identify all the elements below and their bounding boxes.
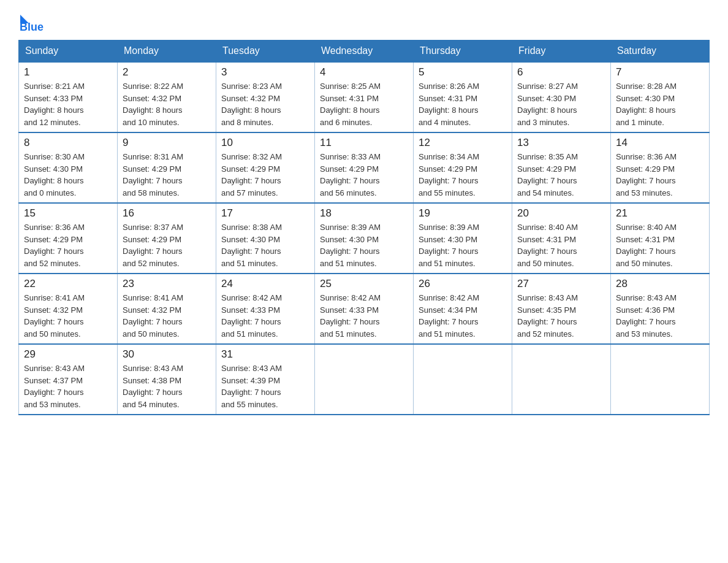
calendar-cell: 18 Sunrise: 8:39 AMSunset: 4:30 PMDaylig… xyxy=(315,203,414,274)
day-info: Sunrise: 8:41 AMSunset: 4:32 PMDaylight:… xyxy=(24,292,112,340)
calendar-week-row: 29 Sunrise: 8:43 AMSunset: 4:37 PMDaylig… xyxy=(19,344,710,415)
calendar-cell: 15 Sunrise: 8:36 AMSunset: 4:29 PMDaylig… xyxy=(19,203,118,274)
day-number: 29 xyxy=(24,348,112,361)
calendar-cell: 13 Sunrise: 8:35 AMSunset: 4:29 PMDaylig… xyxy=(512,132,611,203)
calendar-cell xyxy=(315,344,414,415)
day-info: Sunrise: 8:43 AMSunset: 4:35 PMDaylight:… xyxy=(517,292,605,340)
day-number: 23 xyxy=(123,278,211,290)
day-info: Sunrise: 8:36 AMSunset: 4:29 PMDaylight:… xyxy=(24,221,112,269)
calendar-week-row: 8 Sunrise: 8:30 AMSunset: 4:30 PMDayligh… xyxy=(19,132,710,203)
calendar-cell: 16 Sunrise: 8:37 AMSunset: 4:29 PMDaylig… xyxy=(118,203,216,274)
day-number: 20 xyxy=(517,207,605,220)
calendar-cell: 26 Sunrise: 8:42 AMSunset: 4:34 PMDaylig… xyxy=(414,274,512,344)
header-saturday: Saturday xyxy=(611,40,710,63)
day-number: 14 xyxy=(616,137,704,149)
logo: Blue xyxy=(18,12,44,34)
calendar-cell: 30 Sunrise: 8:43 AMSunset: 4:38 PMDaylig… xyxy=(118,344,216,415)
logo-underline: Blue xyxy=(20,21,44,34)
day-number: 6 xyxy=(517,66,605,79)
day-info: Sunrise: 8:30 AMSunset: 4:30 PMDaylight:… xyxy=(24,151,112,199)
day-number: 27 xyxy=(517,278,605,290)
day-number: 16 xyxy=(123,207,211,220)
day-number: 25 xyxy=(320,278,408,290)
calendar-table: SundayMondayTuesdayWednesdayThursdayFrid… xyxy=(18,40,710,415)
day-info: Sunrise: 8:43 AMSunset: 4:36 PMDaylight:… xyxy=(616,292,704,340)
calendar-cell: 22 Sunrise: 8:41 AMSunset: 4:32 PMDaylig… xyxy=(19,274,118,344)
page-header: Blue xyxy=(18,12,710,34)
calendar-cell: 7 Sunrise: 8:28 AMSunset: 4:30 PMDayligh… xyxy=(611,62,710,132)
calendar-cell: 27 Sunrise: 8:43 AMSunset: 4:35 PMDaylig… xyxy=(512,274,611,344)
day-number: 17 xyxy=(221,207,309,220)
day-number: 4 xyxy=(320,66,408,79)
day-info: Sunrise: 8:42 AMSunset: 4:33 PMDaylight:… xyxy=(221,292,309,340)
day-number: 5 xyxy=(419,66,507,79)
calendar-cell: 28 Sunrise: 8:43 AMSunset: 4:36 PMDaylig… xyxy=(611,274,710,344)
header-thursday: Thursday xyxy=(414,40,512,63)
calendar-cell: 20 Sunrise: 8:40 AMSunset: 4:31 PMDaylig… xyxy=(512,203,611,274)
day-info: Sunrise: 8:27 AMSunset: 4:30 PMDaylight:… xyxy=(517,80,605,128)
header-wednesday: Wednesday xyxy=(315,40,414,63)
calendar-cell: 10 Sunrise: 8:32 AMSunset: 4:29 PMDaylig… xyxy=(216,132,315,203)
calendar-cell: 9 Sunrise: 8:31 AMSunset: 4:29 PMDayligh… xyxy=(118,132,216,203)
calendar-cell: 21 Sunrise: 8:40 AMSunset: 4:31 PMDaylig… xyxy=(611,203,710,274)
day-info: Sunrise: 8:21 AMSunset: 4:33 PMDaylight:… xyxy=(24,80,112,128)
calendar-cell: 23 Sunrise: 8:41 AMSunset: 4:32 PMDaylig… xyxy=(118,274,216,344)
day-info: Sunrise: 8:42 AMSunset: 4:33 PMDaylight:… xyxy=(320,292,408,340)
day-info: Sunrise: 8:36 AMSunset: 4:29 PMDaylight:… xyxy=(616,151,704,199)
day-number: 18 xyxy=(320,207,408,220)
day-number: 7 xyxy=(616,66,704,79)
calendar-header-row: SundayMondayTuesdayWednesdayThursdayFrid… xyxy=(19,40,710,63)
day-number: 2 xyxy=(123,66,211,79)
day-number: 9 xyxy=(123,137,211,149)
day-info: Sunrise: 8:28 AMSunset: 4:30 PMDaylight:… xyxy=(616,80,704,128)
calendar-cell: 24 Sunrise: 8:42 AMSunset: 4:33 PMDaylig… xyxy=(216,274,315,344)
day-number: 1 xyxy=(24,66,112,79)
calendar-cell: 8 Sunrise: 8:30 AMSunset: 4:30 PMDayligh… xyxy=(19,132,118,203)
header-monday: Monday xyxy=(118,40,216,63)
day-info: Sunrise: 8:41 AMSunset: 4:32 PMDaylight:… xyxy=(123,292,211,340)
day-info: Sunrise: 8:26 AMSunset: 4:31 PMDaylight:… xyxy=(419,80,507,128)
calendar-cell: 19 Sunrise: 8:39 AMSunset: 4:30 PMDaylig… xyxy=(414,203,512,274)
calendar-week-row: 1 Sunrise: 8:21 AMSunset: 4:33 PMDayligh… xyxy=(19,62,710,132)
calendar-cell: 14 Sunrise: 8:36 AMSunset: 4:29 PMDaylig… xyxy=(611,132,710,203)
calendar-cell: 25 Sunrise: 8:42 AMSunset: 4:33 PMDaylig… xyxy=(315,274,414,344)
calendar-cell: 1 Sunrise: 8:21 AMSunset: 4:33 PMDayligh… xyxy=(19,62,118,132)
header-friday: Friday xyxy=(512,40,611,63)
day-number: 3 xyxy=(221,66,309,79)
day-info: Sunrise: 8:38 AMSunset: 4:30 PMDaylight:… xyxy=(221,221,309,269)
day-info: Sunrise: 8:37 AMSunset: 4:29 PMDaylight:… xyxy=(123,221,211,269)
day-number: 10 xyxy=(221,137,309,149)
day-number: 19 xyxy=(419,207,507,220)
day-number: 21 xyxy=(616,207,704,220)
calendar-cell xyxy=(414,344,512,415)
day-number: 26 xyxy=(419,278,507,290)
day-number: 12 xyxy=(419,137,507,149)
calendar-cell: 2 Sunrise: 8:22 AMSunset: 4:32 PMDayligh… xyxy=(118,62,216,132)
day-number: 13 xyxy=(517,137,605,149)
calendar-cell: 5 Sunrise: 8:26 AMSunset: 4:31 PMDayligh… xyxy=(414,62,512,132)
day-info: Sunrise: 8:33 AMSunset: 4:29 PMDaylight:… xyxy=(320,151,408,199)
calendar-cell: 29 Sunrise: 8:43 AMSunset: 4:37 PMDaylig… xyxy=(19,344,118,415)
day-number: 15 xyxy=(24,207,112,220)
day-number: 31 xyxy=(221,348,309,361)
calendar-cell: 12 Sunrise: 8:34 AMSunset: 4:29 PMDaylig… xyxy=(414,132,512,203)
calendar-cell: 31 Sunrise: 8:43 AMSunset: 4:39 PMDaylig… xyxy=(216,344,315,415)
header-sunday: Sunday xyxy=(19,40,118,63)
day-number: 28 xyxy=(616,278,704,290)
day-number: 11 xyxy=(320,137,408,149)
calendar-cell: 17 Sunrise: 8:38 AMSunset: 4:30 PMDaylig… xyxy=(216,203,315,274)
calendar-cell xyxy=(512,344,611,415)
day-number: 8 xyxy=(24,137,112,149)
calendar-cell xyxy=(611,344,710,415)
day-info: Sunrise: 8:39 AMSunset: 4:30 PMDaylight:… xyxy=(419,221,507,269)
calendar-cell: 11 Sunrise: 8:33 AMSunset: 4:29 PMDaylig… xyxy=(315,132,414,203)
day-info: Sunrise: 8:22 AMSunset: 4:32 PMDaylight:… xyxy=(123,80,211,128)
day-info: Sunrise: 8:32 AMSunset: 4:29 PMDaylight:… xyxy=(221,151,309,199)
calendar-week-row: 22 Sunrise: 8:41 AMSunset: 4:32 PMDaylig… xyxy=(19,274,710,344)
day-info: Sunrise: 8:43 AMSunset: 4:39 PMDaylight:… xyxy=(221,362,309,410)
day-info: Sunrise: 8:31 AMSunset: 4:29 PMDaylight:… xyxy=(123,151,211,199)
calendar-cell: 6 Sunrise: 8:27 AMSunset: 4:30 PMDayligh… xyxy=(512,62,611,132)
day-info: Sunrise: 8:40 AMSunset: 4:31 PMDaylight:… xyxy=(616,221,704,269)
day-number: 22 xyxy=(24,278,112,290)
calendar-week-row: 15 Sunrise: 8:36 AMSunset: 4:29 PMDaylig… xyxy=(19,203,710,274)
